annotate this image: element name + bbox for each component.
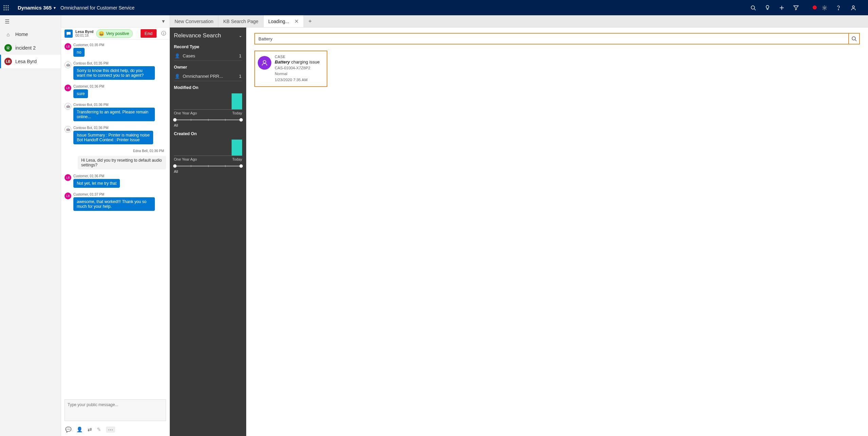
menu-toggle-icon[interactable]: ☰ xyxy=(0,15,61,28)
axis-from: One Year Ago xyxy=(174,157,197,161)
tab-kb-search[interactable]: KB Search Page xyxy=(218,15,264,27)
chevron-down-icon[interactable]: ⌄ xyxy=(239,33,242,38)
facet-owner[interactable]: 👤 Omnichannel PRR... 1 xyxy=(174,72,242,81)
sentiment-indicator: 😄 Very positive xyxy=(96,29,133,38)
relevance-panel: Relevance Search ⌄ Record Type 👤 Cases 1… xyxy=(170,28,246,436)
svg-point-9 xyxy=(751,6,755,9)
message-bubble: awesome, that worked!!! Thank you so muc… xyxy=(73,197,155,211)
relevance-title: Relevance Search xyxy=(174,32,221,39)
svg-point-7 xyxy=(6,9,7,10)
message-bubble: Hi Lesa, did you try resetting to defaul… xyxy=(78,156,166,169)
session-item-lesabyrd[interactable]: LB Lesa Byrd xyxy=(0,55,61,68)
account-icon[interactable] xyxy=(850,5,865,11)
tab-label: KB Search Page xyxy=(223,19,258,24)
top-nav: Dynamics 365 ▾ Omnichannel for Customer … xyxy=(0,0,868,15)
result-priority: Normal xyxy=(275,71,320,77)
facet-heading-record-type: Record Type xyxy=(174,44,242,49)
message-bubble: no xyxy=(73,48,85,57)
svg-rect-17 xyxy=(67,32,71,35)
compose-toolbar: 💬 👤 ⇄ ✎ ⋯ xyxy=(61,424,169,436)
presence-indicator[interactable] xyxy=(808,5,822,11)
add-tab-button[interactable]: ＋ xyxy=(304,15,316,27)
notes-icon[interactable]: ✎ xyxy=(97,426,101,433)
gear-icon[interactable] xyxy=(822,5,836,11)
svg-point-0 xyxy=(4,5,5,6)
more-actions-icon[interactable]: ⋯ xyxy=(106,426,115,433)
svg-point-1 xyxy=(6,5,7,6)
slider-all-label: All xyxy=(174,169,242,174)
chat-message-bot: 🤖Contoso Bot, 01:35 PMSorry to know this… xyxy=(65,61,166,80)
bot-icon: 🤖 xyxy=(65,61,71,68)
session-item-incident2[interactable]: I2 incident 2 xyxy=(0,41,61,55)
left-rail: ☰ ⌂ Home I2 incident 2 LB Lesa Byrd xyxy=(0,15,61,436)
modified-on-slider[interactable] xyxy=(174,118,242,122)
search-result-card[interactable]: CASE Battery charging issue CAS-01004-X7… xyxy=(254,51,327,87)
chat-icon xyxy=(65,30,73,38)
svg-point-15 xyxy=(838,9,839,10)
filter-icon[interactable] xyxy=(793,5,808,11)
message-meta: Contoso Bot, 01:35 PM xyxy=(73,61,155,65)
facet-cases[interactable]: 👤 Cases 1 xyxy=(174,51,242,61)
axis-to: Today xyxy=(232,157,242,161)
svg-point-14 xyxy=(824,7,826,8)
facet-count: 1 xyxy=(239,74,241,79)
message-meta: Customer, 01:37 PM xyxy=(73,193,155,196)
result-title: Battery charging issue xyxy=(275,59,320,65)
tab-loading[interactable]: Loading... ✕ xyxy=(264,15,304,27)
result-date: 1/23/2020 7:35 AM xyxy=(275,77,320,83)
help-icon[interactable] xyxy=(836,5,850,11)
chevron-down-icon[interactable]: ▾ xyxy=(54,5,56,10)
tab-new-conversation[interactable]: New Conversation xyxy=(170,15,218,27)
chat-transcript[interactable]: LBCustomer, 01:35 PMno🤖Contoso Bot, 01:3… xyxy=(61,40,169,399)
chat-message-customer: LBCustomer, 01:36 PMsure xyxy=(65,85,166,98)
lightbulb-icon[interactable] xyxy=(765,5,779,11)
customer-name: Lesa Byrd xyxy=(75,30,93,34)
smile-icon: 😄 xyxy=(98,31,104,36)
svg-point-4 xyxy=(6,7,7,8)
facet-heading-modified: Modified On xyxy=(174,85,242,90)
axis-to: Today xyxy=(232,111,242,115)
chat-message-agent: Edna Bell, 01:36 PMHi Lesa, did you try … xyxy=(65,149,166,169)
message-meta: Contoso Bot, 01:36 PM xyxy=(73,126,153,130)
facet-heading-owner: Owner xyxy=(174,65,242,70)
result-ref: CAS-01004-X7Z8P2 xyxy=(275,65,320,71)
svg-line-19 xyxy=(855,40,856,41)
nav-home[interactable]: ⌂ Home xyxy=(0,28,61,41)
svg-point-18 xyxy=(852,37,855,40)
end-button[interactable]: End xyxy=(141,29,157,38)
search-input[interactable] xyxy=(254,33,848,44)
result-type: CASE xyxy=(275,55,320,59)
consult-icon[interactable]: 👤 xyxy=(76,426,83,433)
add-icon[interactable] xyxy=(779,5,793,11)
modified-on-chart xyxy=(174,93,242,110)
session-duration: 00:01:18 xyxy=(75,34,93,37)
info-icon[interactable]: ⓘ xyxy=(161,31,166,37)
search-icon[interactable] xyxy=(751,5,765,11)
app-name[interactable]: Dynamics 365 xyxy=(18,5,52,11)
chevron-down-icon[interactable]: ▾ xyxy=(162,18,165,24)
customer-avatar: LB xyxy=(65,193,71,199)
tab-bar: New Conversation KB Search Page Loading.… xyxy=(170,15,868,28)
search-button[interactable] xyxy=(848,33,860,44)
created-on-slider[interactable] xyxy=(174,164,242,168)
quick-reply-icon[interactable]: 💬 xyxy=(65,426,72,433)
tab-label: New Conversation xyxy=(175,19,213,24)
svg-point-8 xyxy=(8,9,9,10)
svg-point-20 xyxy=(263,60,266,63)
sentiment-label: Very positive xyxy=(106,31,129,36)
facet-heading-created: Created On xyxy=(174,131,242,136)
transfer-icon[interactable]: ⇄ xyxy=(88,426,92,433)
message-meta: Contoso Bot, 01:36 PM xyxy=(73,103,155,107)
tab-label: Loading... xyxy=(268,19,289,24)
svg-point-3 xyxy=(4,7,5,8)
created-on-chart xyxy=(174,140,242,156)
facet-label: Omnichannel PRR... xyxy=(183,74,239,79)
message-input[interactable] xyxy=(65,399,166,421)
facet-label: Cases xyxy=(183,53,239,58)
close-icon[interactable]: ✕ xyxy=(294,18,299,24)
conversation-header: Lesa Byrd 00:01:18 😄 Very positive End ⓘ xyxy=(61,28,169,40)
bot-icon: 🤖 xyxy=(65,103,71,110)
customer-avatar: LB xyxy=(65,85,71,91)
app-launcher-icon[interactable] xyxy=(3,5,16,11)
svg-point-6 xyxy=(4,9,5,10)
